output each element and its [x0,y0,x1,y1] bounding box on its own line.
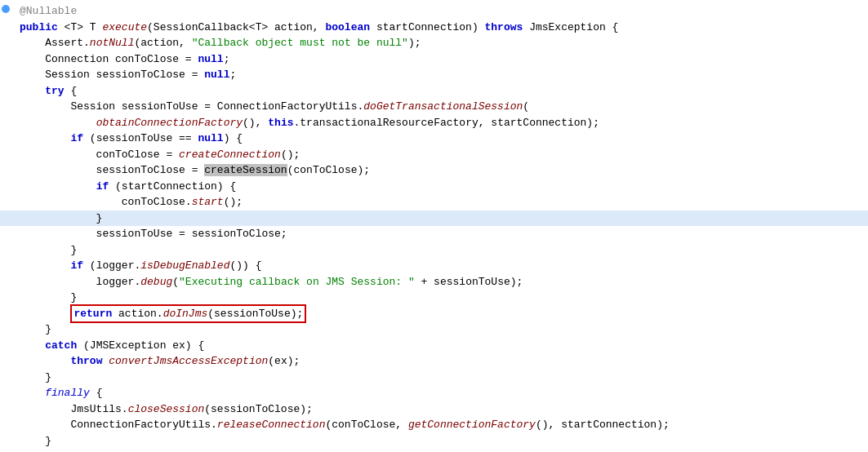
line-text: conToClose = createConnection(); [16,147,868,163]
code-line: if (logger.isDebugEnabled()) { [0,258,868,274]
code-line: } [0,433,868,450]
line-text: if (sessionToUse == null) { [16,131,868,147]
breakpoint-icon [2,5,10,13]
line-text: } [16,242,868,259]
line-text: Session sessionToUse = ConnectionFactory… [16,99,868,115]
code-line: } [0,242,868,259]
code-line: Connection conToClose = null; [0,51,868,68]
code-line: public <T> T execute(SessionCallback<T> … [0,20,868,36]
code-line: } [0,210,868,227]
code-line: ConnectionFactoryUtils.releaseConnection… [0,417,868,433]
line-text: } [16,433,868,450]
line-text: return action.doInJms(sessionToUse); [16,306,868,322]
line-text: JmsUtils.closeSession(sessionToClose); [16,401,868,418]
code-line: if (sessionToUse == null) { [0,131,868,147]
line-text: } [16,210,868,227]
code-line: sessionToClose = createSession(conToClos… [0,162,868,179]
code-line: } [0,370,868,386]
code-editor: @Nullablepublic <T> T execute(SessionCal… [0,0,868,452]
code-line: Assert.notNull(action, "Callback object … [0,35,868,51]
line-text: sessionToClose = createSession(conToClos… [16,162,868,179]
code-line: logger.debug("Executing callback on JMS … [0,274,868,290]
code-line: conToClose.start(); [0,194,868,210]
code-line: catch (JMSException ex) { [0,338,868,354]
code-line: JmsUtils.closeSession(sessionToClose); [0,401,868,418]
code-line: conToClose = createConnection(); [0,147,868,163]
line-text: if (startConnection) { [16,179,868,195]
line-text: obtainConnectionFactory(), this.transact… [16,115,868,131]
line-text: ConnectionFactoryUtils.releaseConnection… [16,417,868,433]
code-line: return action.doInJms(sessionToUse); [0,306,868,322]
code-line: obtainConnectionFactory(), this.transact… [0,115,868,131]
code-line: throw convertJmsAccessException(ex); [0,353,868,370]
line-text: public <T> T execute(SessionCallback<T> … [16,20,868,36]
line-text: catch (JMSException ex) { [16,338,868,354]
code-line: try { [0,83,868,100]
line-text: try { [16,83,868,100]
line-text: if (logger.isDebugEnabled()) { [16,258,868,274]
line-text: conToClose.start(); [16,194,868,210]
line-text: Connection conToClose = null; [16,51,868,68]
line-text: } [16,321,868,338]
code-line: if (startConnection) { [0,179,868,195]
line-gutter [0,6,16,14]
line-text: @Nullable [16,3,868,20]
code-line: sessionToUse = sessionToClose; [0,226,868,242]
code-line: Session sessionToUse = ConnectionFactory… [0,99,868,115]
line-text: logger.debug("Executing callback on JMS … [16,274,868,290]
line-text: Session sessionToClose = null; [16,67,868,83]
code-line: Session sessionToClose = null; [0,67,868,83]
code-line: @Nullable [0,3,868,20]
line-text: Assert.notNull(action, "Callback object … [16,35,868,51]
line-text: } [16,449,868,452]
line-text: } [16,370,868,386]
code-line: } [0,321,868,338]
line-text: throw convertJmsAccessException(ex); [16,353,868,370]
return-statement-box: return action.doInJms(sessionToUse); [70,304,306,324]
code-line: } [0,449,868,452]
line-text: sessionToUse = sessionToClose; [16,226,868,242]
line-text: finally { [16,385,868,401]
code-line: finally { [0,385,868,401]
